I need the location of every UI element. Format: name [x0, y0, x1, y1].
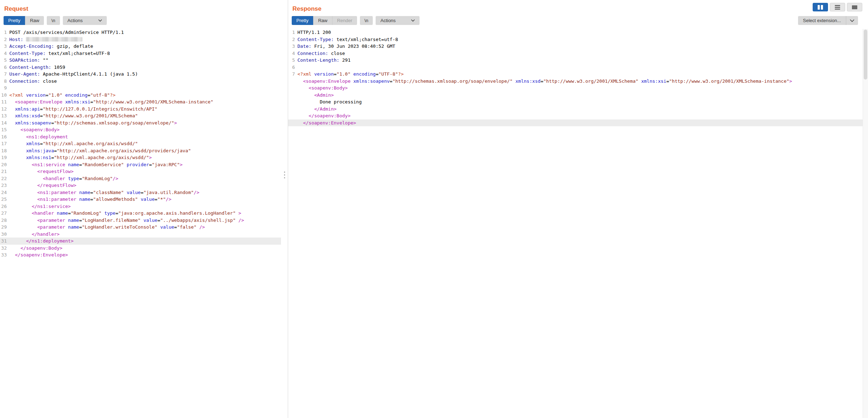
code-line: 14 xmlns:soapenv="http://schemas.xmlsoap… — [0, 119, 281, 127]
line-number: 1 — [0, 29, 7, 36]
code-line: 26 </ns1:service> — [0, 203, 281, 210]
response-tab-newline[interactable]: \n — [360, 16, 373, 25]
line-number: 33 — [0, 251, 7, 259]
line-number: 27 — [0, 210, 7, 217]
line-number — [288, 119, 295, 127]
columns-icon — [818, 5, 823, 10]
code-line: 27 <handler name="RandomLog" type="java:… — [0, 210, 281, 217]
select-extension-dropdown[interactable]: Select extension... — [798, 16, 858, 25]
layout-toolbar — [813, 3, 862, 11]
request-view-tabgroup: Pretty Raw — [4, 16, 44, 25]
code-line: 15 <soapenv:Body> — [0, 126, 281, 133]
request-tab-pretty[interactable]: Pretty — [4, 16, 25, 25]
code-line: 25 <ns1:parameter name="allowedMethods" … — [0, 196, 281, 203]
line-number: 2 — [288, 36, 295, 43]
response-actions-button[interactable]: Actions — [376, 16, 420, 25]
response-actions-label: Actions — [380, 18, 396, 23]
line-number: 4 — [0, 50, 7, 57]
response-panel-header: Response — [288, 0, 868, 14]
line-number: 29 — [0, 224, 7, 231]
line-number: 19 — [0, 154, 7, 161]
request-title: Request — [4, 5, 28, 13]
drag-handle-icon — [284, 172, 285, 178]
code-line: 22 <handler type="RandomLog"/> — [0, 175, 281, 182]
chevron-down-icon — [846, 19, 858, 22]
rows-icon — [835, 5, 840, 10]
code-line: 2Host: — [0, 36, 281, 43]
response-tabbar: Pretty Raw Render \n Actions Select exte… — [292, 16, 864, 25]
line-number: 6 — [288, 64, 295, 71]
line-number: 26 — [0, 203, 7, 210]
single-panel-icon — [852, 5, 857, 9]
code-line: </soapenv:Body> — [288, 112, 868, 119]
code-line: 18 xmlns:java="http://xml.apache.org/axi… — [0, 147, 281, 154]
line-number: 2 — [0, 36, 7, 43]
code-line: 21 <requestFlow> — [0, 168, 281, 175]
select-extension-label: Select extension... — [798, 18, 846, 23]
code-line: 2Content-Type: text/xml;charset=utf-8 — [288, 36, 868, 43]
code-line: 3Accept-Encoding: gzip, deflate — [0, 43, 281, 50]
code-line: 1HTTP/1.1 200 — [288, 29, 868, 36]
line-number: 25 — [0, 196, 7, 203]
response-tab-render[interactable]: Render — [332, 16, 357, 25]
line-number: 22 — [0, 175, 7, 182]
line-number: 5 — [288, 57, 295, 64]
line-number: 30 — [0, 231, 7, 238]
request-editor[interactable]: 1POST /axis/services/AdminService HTTP/1… — [0, 29, 281, 418]
code-line: 5SOAPAction: "" — [0, 57, 281, 64]
code-line: 32 </soapenv:Body> — [0, 245, 281, 252]
request-panel-header: Request — [0, 0, 281, 14]
line-number: 31 — [0, 238, 7, 245]
single-panel-layout-button[interactable] — [847, 3, 862, 11]
panel-splitter[interactable] — [281, 0, 288, 418]
code-line: 23 </requestFlow> — [0, 182, 281, 189]
request-tab-newline[interactable]: \n — [47, 16, 60, 25]
code-line: 16 <ns1:deployment — [0, 133, 281, 141]
line-number: 11 — [0, 98, 7, 106]
code-line: 8Connection: close — [0, 78, 281, 85]
request-actions-label: Actions — [67, 18, 83, 23]
line-number — [288, 78, 295, 85]
response-tab-raw[interactable]: Raw — [313, 16, 332, 25]
line-number: 8 — [0, 78, 7, 85]
line-number: 15 — [0, 126, 7, 133]
line-number: 10 — [0, 92, 7, 99]
line-number: 7 — [288, 71, 295, 78]
response-tab-pretty[interactable]: Pretty — [292, 16, 313, 25]
columns-layout-button[interactable] — [813, 3, 828, 11]
request-actions-button[interactable]: Actions — [63, 16, 107, 25]
code-line: 4Content-Type: text/xml;charset=UTF-8 — [0, 50, 281, 57]
response-editor[interactable]: 1HTTP/1.1 2002Content-Type: text/xml;cha… — [288, 29, 868, 418]
request-panel: Request Pretty Raw \n Actions 1POST /axi… — [0, 0, 281, 418]
line-number — [288, 106, 295, 113]
code-line: 20 <ns1:service name="RandomService" pro… — [0, 161, 281, 168]
request-tabbar: Pretty Raw \n Actions — [4, 16, 277, 25]
code-line: 12 xmlns:api="http://127.0.0.1/Integrics… — [0, 106, 281, 113]
code-line: 19 xmlns:ns1="http://xml.apache.org/axis… — [0, 154, 281, 161]
code-line: 10<?xml version="1.0" encoding="utf-8"?> — [0, 92, 281, 99]
code-line: Done processing — [288, 98, 868, 106]
code-line: 7<?xml version="1.0" encoding="UTF-8"?> — [288, 71, 868, 78]
line-number: 13 — [0, 112, 7, 119]
code-line: 28 <parameter name="LogHandler.fileName"… — [0, 217, 281, 224]
code-line: 29 <parameter name="LogHandler.writeToCo… — [0, 224, 281, 231]
request-tab-raw[interactable]: Raw — [25, 16, 44, 25]
line-number: 12 — [0, 106, 7, 113]
code-line: 33 </soapenv:Envelope> — [0, 251, 281, 259]
code-line: 5Content-Length: 291 — [288, 57, 868, 64]
code-line: </soapenv:Envelope> — [288, 119, 868, 127]
line-number: 14 — [0, 119, 7, 127]
line-number: 4 — [288, 50, 295, 57]
line-number: 21 — [0, 168, 7, 175]
repeater-message-editor: Request Pretty Raw \n Actions 1POST /axi… — [0, 0, 868, 418]
line-number: 24 — [0, 189, 7, 196]
code-line: 17 xmlns="http://xml.apache.org/axis/wsd… — [0, 140, 281, 147]
vertical-scrollbar[interactable] — [863, 29, 868, 418]
response-view-tabgroup: Pretty Raw Render — [292, 16, 357, 25]
line-number: 3 — [288, 43, 295, 50]
rows-layout-button[interactable] — [830, 3, 845, 11]
line-number — [288, 112, 295, 119]
redacted-host-value — [26, 37, 82, 42]
line-number: 16 — [0, 133, 7, 141]
scrollbar-thumb[interactable] — [864, 30, 867, 80]
